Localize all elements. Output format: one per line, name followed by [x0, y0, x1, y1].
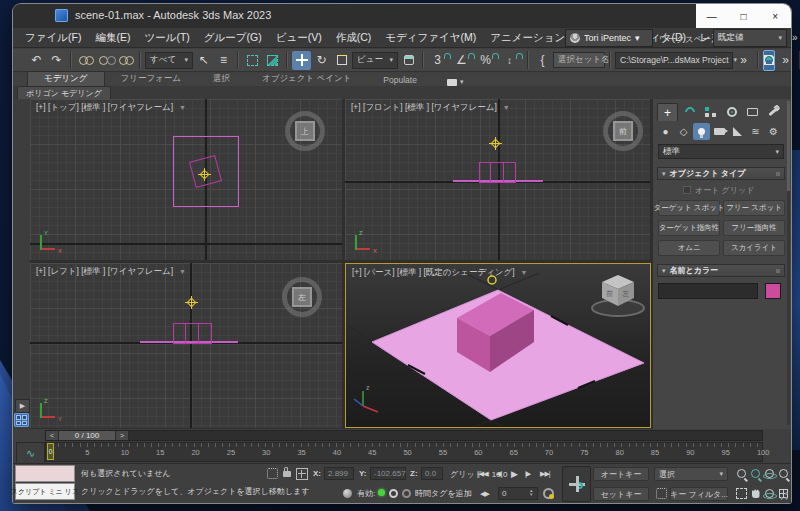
viewcube[interactable]: 左 — [282, 277, 322, 317]
ribbon-tab-selection[interactable]: 選択 — [197, 72, 246, 86]
key-filters-button[interactable]: キー フィルタ... — [670, 487, 728, 501]
x-coordinate-field[interactable]: 2.899 — [324, 467, 354, 480]
viewcube[interactable]: 上 — [285, 111, 325, 151]
viewport-left[interactable]: [+] [レフト] [標準 ] [ワイヤフレーム]▼ 左 YZ — [30, 263, 342, 428]
name-color-rollout[interactable]: ▾ 名前とカラー — [657, 264, 785, 277]
status-ring-icon[interactable] — [389, 489, 398, 498]
toolbar-flyout-button[interactable]: » — [734, 51, 753, 70]
use-pivot-center-button[interactable] — [399, 51, 418, 70]
menu-views[interactable]: ビュー(V) — [269, 31, 329, 45]
menu-overflow-button[interactable]: » — [786, 32, 800, 43]
ribbon-tab-object-paint[interactable]: オブジェクト ペイント — [246, 72, 367, 86]
render-flyout-button[interactable]: » — [776, 51, 795, 70]
move-tool-button[interactable] — [292, 51, 311, 70]
helpers-category-button[interactable] — [729, 123, 746, 140]
selection-lock-button[interactable] — [280, 466, 294, 479]
render-setup-button[interactable] — [763, 50, 775, 71]
viewport-front-label[interactable]: [+] [フロント] [標準 ] [ワイヤフレーム]▼ — [351, 102, 510, 114]
minimize-button[interactable]: — — [696, 4, 728, 28]
light-type-dropdown[interactable]: 標準 ▾ — [658, 144, 784, 159]
skylight-button[interactable]: スカイライト — [723, 240, 785, 256]
reference-coordinate-dropdown[interactable]: ビュー ▾ — [352, 52, 398, 69]
menu-group[interactable]: グループ(G) — [197, 31, 269, 45]
pan-button[interactable] — [749, 487, 762, 500]
select-and-link-button[interactable] — [76, 51, 95, 70]
viewport-front[interactable]: [+] [フロント] [標準 ] [ワイヤフレーム]▼ 前 XZ — [345, 99, 650, 260]
next-frame-button[interactable]: > — [116, 431, 129, 440]
next-frame-button[interactable]: |▶ — [525, 467, 530, 481]
time-configuration-button[interactable] — [543, 488, 554, 499]
spinner-snap-button[interactable]: ↕ — [500, 51, 523, 70]
rotate-tool-button[interactable]: ↻ — [312, 51, 331, 70]
named-selection-set-field[interactable]: 選択セット名 — [553, 52, 605, 68]
zoom-button[interactable] — [735, 467, 748, 480]
menu-modifiers[interactable]: モディファイヤ(M) — [378, 31, 483, 45]
set-keys-button[interactable] — [562, 466, 591, 502]
absolute-mode-button[interactable] — [295, 467, 309, 480]
viewport-left-label[interactable]: [+] [レフト] [標準 ] [ワイヤフレーム]▼ — [36, 266, 186, 278]
viewport-layout-tabs-button[interactable] — [14, 413, 29, 427]
object-name-field[interactable] — [658, 283, 758, 299]
orbit-button[interactable] — [763, 487, 776, 500]
menu-edit[interactable]: 編集(E) — [88, 31, 137, 45]
named-selection-sets-button[interactable]: { — [533, 51, 552, 70]
filter-icon[interactable]: ▼ — [521, 269, 528, 276]
set-key-button[interactable]: セットキー — [593, 487, 649, 501]
ribbon-tab-freeform[interactable]: フリーフォーム — [105, 72, 198, 86]
box-wireframe[interactable] — [479, 162, 516, 183]
signin-user-button[interactable]: Tori iPentec ▾ — [565, 29, 653, 47]
shapes-category-button[interactable]: ◇ — [675, 123, 692, 140]
auto-key-button[interactable]: オートキー — [593, 467, 649, 481]
viewport-top-label[interactable]: [+] [トップ] [標準 ] [ワイヤフレーム]▼ — [36, 102, 186, 114]
unlink-selection-button[interactable] — [96, 51, 115, 70]
menu-create[interactable]: 作成(C) — [329, 31, 379, 45]
previous-frame-button[interactable]: < — [46, 431, 59, 440]
box-wireframe[interactable] — [173, 323, 212, 344]
hierarchy-tab[interactable] — [701, 103, 720, 120]
display-tab[interactable] — [743, 103, 762, 120]
maxscript-mini-listener[interactable] — [15, 465, 75, 482]
motion-tab[interactable] — [722, 103, 741, 120]
viewport-top[interactable]: [+] [トップ] [標準 ] [ワイヤフレーム]▼ 上 XY — [30, 99, 342, 260]
zoom-all-button[interactable] — [749, 467, 762, 480]
filter-icon[interactable]: ▼ — [179, 268, 186, 275]
maximize-button[interactable]: □ — [728, 4, 760, 28]
workspace-dropdown[interactable]: 既定値 ▾ — [713, 29, 787, 47]
utilities-tab[interactable] — [764, 103, 783, 120]
resize-grip[interactable] — [780, 492, 788, 500]
bind-to-spacewarp-button[interactable] — [116, 51, 135, 70]
target-directional-button[interactable]: ターゲット指向性 — [658, 220, 720, 236]
redo-button[interactable]: ↷ — [47, 51, 66, 70]
frame-spinner[interactable]: ▴▾ — [530, 488, 533, 496]
viewcube[interactable]: 前 — [603, 111, 643, 151]
autogrid-checkbox[interactable] — [683, 186, 691, 194]
scale-tool-button[interactable] — [332, 51, 351, 70]
polygon-modeling-tab[interactable]: ポリゴン モデリング — [17, 86, 111, 99]
filter-icon[interactable]: ▼ — [179, 104, 186, 111]
omni-button[interactable]: オムニ — [658, 240, 720, 256]
mini-curve-editor-button[interactable]: ∿ — [16, 442, 45, 464]
previous-frame-button[interactable]: ◀| — [496, 467, 501, 481]
geometry-category-button[interactable]: ● — [657, 123, 674, 140]
adaptive-degradation-icon[interactable] — [343, 489, 352, 498]
light-move-gizmo[interactable] — [489, 137, 502, 150]
go-to-end-button[interactable]: ▶▶| — [540, 467, 550, 481]
y-coordinate-field[interactable]: -102.657 — [370, 467, 406, 480]
time-slider[interactable]: < 0 / 100 > — [45, 430, 763, 441]
select-object-button[interactable]: ↖ — [194, 51, 213, 70]
zoom-extents-button[interactable] — [763, 467, 776, 480]
zoom-extents-all-button[interactable] — [777, 467, 790, 480]
select-by-name-button[interactable]: ≡ — [214, 51, 233, 70]
key-display-button[interactable] — [654, 487, 668, 500]
menu-tools[interactable]: ツール(T) — [137, 31, 196, 45]
zoom-region-button[interactable] — [735, 487, 748, 500]
project-folder-dropdown[interactable]: C:\Storage\P...dsMax Project ▾ — [615, 52, 733, 69]
light-move-gizmo[interactable] — [198, 168, 211, 181]
close-button[interactable]: × — [759, 4, 791, 28]
modify-tab[interactable] — [680, 103, 699, 120]
isolate-selection-button[interactable] — [265, 467, 279, 480]
spacewarps-category-button[interactable]: ≋ — [747, 123, 764, 140]
angle-snap-button[interactable]: ∠ — [452, 51, 475, 70]
free-directional-button[interactable]: フリー指向性 — [723, 220, 785, 236]
panel-scrollbar[interactable] — [787, 101, 790, 425]
